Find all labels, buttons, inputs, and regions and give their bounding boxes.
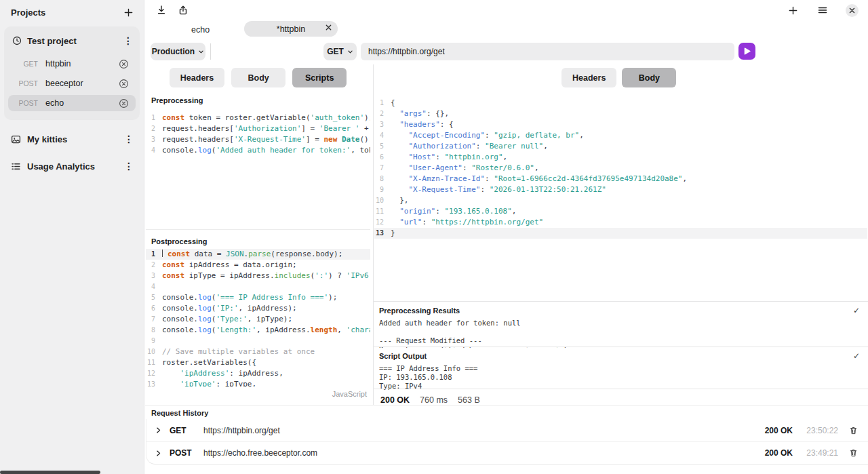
- section-menu-button[interactable]: ⋮: [123, 133, 135, 145]
- new-tab-button[interactable]: [787, 4, 800, 17]
- remove-request-button[interactable]: [117, 77, 130, 90]
- request-name: beeceptor: [45, 79, 117, 88]
- response-body-viewer[interactable]: 1{2 "args": {},3 "headers": {4 "Accept-E…: [374, 95, 867, 239]
- request-history-title: Request History: [145, 406, 868, 419]
- list-icon: [11, 161, 21, 172]
- sidebar-item-usage-analytics[interactable]: Usage Analytics ⋮: [0, 153, 144, 180]
- chevron-down-icon: [347, 49, 353, 55]
- status-time: 760 ms: [420, 395, 448, 405]
- play-icon: [744, 47, 751, 55]
- image-icon: [11, 134, 21, 144]
- circle-x-icon: [119, 59, 129, 69]
- projects-title: Projects: [11, 7, 45, 18]
- delete-history-button[interactable]: [848, 424, 859, 437]
- chevron-down-icon: [198, 49, 204, 55]
- close-window-button[interactable]: [846, 4, 859, 17]
- plus-icon: [123, 7, 134, 18]
- script-output-header: Script Output ✓: [374, 347, 868, 362]
- request-method: POST: [8, 99, 38, 107]
- remove-request-button[interactable]: [117, 58, 130, 71]
- request-name: httpbin: [45, 59, 117, 68]
- sidebar-item-label: Usage Analytics: [27, 161, 117, 172]
- sidebar-header: Projects: [0, 0, 144, 24]
- method-dropdown[interactable]: GET: [323, 43, 357, 60]
- kebab-icon: ⋮: [124, 161, 134, 171]
- postprocessing-label: Postprocessing: [151, 237, 208, 245]
- preprocessing-results-header: Preprocessing Results ✓: [374, 301, 868, 317]
- app-window: Projects Test project ⋮ GET httpbin: [0, 0, 868, 474]
- tab-label: *httpbin: [277, 24, 305, 34]
- preprocessing-editor[interactable]: 1const token = roster.getVariable('auth_…: [146, 110, 370, 160]
- delete-history-button[interactable]: [848, 447, 859, 459]
- chevron-right-icon[interactable]: [155, 450, 162, 457]
- sidebar-request-beeceptor[interactable]: POST beeceptor: [8, 75, 136, 92]
- sidebar-request-httpbin[interactable]: GET httpbin: [8, 56, 136, 72]
- chevron-right-icon[interactable]: [155, 427, 162, 434]
- remove-request-button[interactable]: [117, 97, 130, 110]
- tab-httpbin-active[interactable]: *httpbin: [244, 21, 338, 37]
- history-method: POST: [170, 448, 203, 458]
- close-tab-button[interactable]: [326, 24, 332, 31]
- send-button[interactable]: [738, 43, 755, 60]
- history-row-post[interactable]: POST https://echo.free.beeceptor.com 200…: [146, 441, 868, 464]
- tab-request-body[interactable]: Body: [231, 68, 285, 87]
- tab-response-headers[interactable]: Headers: [561, 68, 616, 87]
- section-menu-button[interactable]: ⋮: [123, 160, 135, 172]
- request-method: POST: [8, 79, 38, 87]
- project-header-row[interactable]: Test project ⋮: [4, 29, 140, 52]
- history-url: https://httpbin.org/get: [203, 426, 280, 435]
- script-output-title: Script Output: [379, 352, 427, 360]
- script-output-section: Script Output ✓ === IP Address Info ===I…: [374, 347, 868, 391]
- circle-x-icon: [119, 98, 129, 108]
- history-status: 200 OK: [765, 426, 793, 435]
- menu-button[interactable]: [816, 3, 829, 17]
- add-project-button[interactable]: [122, 6, 135, 19]
- status-code: 200 OK: [380, 395, 410, 405]
- project-menu-button[interactable]: ⋮: [122, 35, 134, 47]
- circle-x-icon: [119, 79, 129, 89]
- environment-label: Production: [152, 47, 195, 56]
- history-row-get[interactable]: GET https://httpbin.org/get 200 OK 23:50…: [146, 419, 868, 441]
- request-name: echo: [45, 98, 117, 108]
- request-panel-tabs: Headers Body Scripts: [146, 68, 370, 87]
- clock-icon: [12, 36, 22, 45]
- status-size: 563 B: [458, 395, 480, 405]
- script-output-console[interactable]: === IP Address Info ===IP: 193.165.0.108…: [374, 362, 868, 391]
- postprocessing-editor[interactable]: 1const data = JSON.parse(response.body);…: [146, 247, 370, 387]
- method-label: GET: [327, 47, 344, 56]
- sidebar-item-my-kitties[interactable]: My kitties ⋮: [0, 125, 144, 153]
- response-panel-tabs: Headers Body: [561, 68, 676, 87]
- preprocessing-results-section: Preprocessing Results ✓ Added auth heade…: [374, 301, 868, 348]
- tab-response-body[interactable]: Body: [622, 68, 676, 87]
- preprocessing-results-console[interactable]: Added auth header for token: null --- Re…: [374, 317, 868, 348]
- history-url: https://echo.free.beeceptor.com: [203, 448, 317, 458]
- close-icon: [849, 7, 855, 14]
- response-status-bar: 200 OK 760 ms 563 B: [374, 389, 868, 405]
- request-bar-divider: [210, 43, 211, 60]
- project-group: Test project ⋮ GET httpbin POST beecepto…: [4, 26, 140, 120]
- history-time: 23:50:22: [802, 426, 838, 435]
- tab-echo[interactable]: echo: [180, 22, 220, 37]
- trash-icon: [849, 448, 858, 458]
- postprocessing-label-row: Postprocessing: [146, 229, 370, 247]
- sidebar-horizontal-scrollbar[interactable]: [0, 471, 100, 474]
- export-button[interactable]: [176, 3, 190, 17]
- tab-request-scripts[interactable]: Scripts: [292, 68, 347, 87]
- history-status: 200 OK: [765, 448, 793, 458]
- kebab-icon: ⋮: [124, 134, 134, 144]
- sidebar: Projects Test project ⋮ GET httpbin: [0, 0, 144, 474]
- request-history-card: GET https://httpbin.org/get 200 OK 23:50…: [146, 419, 868, 465]
- check-icon: ✓: [853, 306, 860, 315]
- sidebar-request-echo[interactable]: POST echo: [8, 95, 136, 111]
- check-icon: ✓: [853, 351, 860, 361]
- environment-dropdown[interactable]: Production: [151, 43, 205, 60]
- trash-icon: [849, 426, 858, 435]
- url-input[interactable]: [361, 43, 734, 60]
- hamburger-icon: [817, 5, 828, 16]
- history-method: GET: [170, 426, 203, 435]
- history-time: 23:49:21: [802, 448, 838, 458]
- kebab-icon: ⋮: [123, 36, 133, 45]
- top-toolbar: [145, 0, 868, 20]
- tab-request-headers[interactable]: Headers: [170, 68, 224, 87]
- import-button[interactable]: [155, 3, 168, 17]
